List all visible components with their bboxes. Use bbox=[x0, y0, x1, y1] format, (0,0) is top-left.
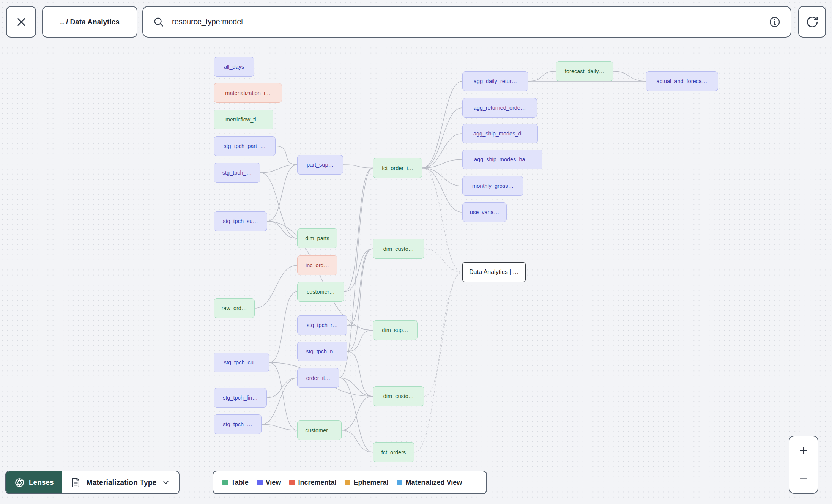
legend-swatch bbox=[222, 480, 228, 485]
edge-raw_ord-inc_ord bbox=[255, 265, 297, 308]
lineage-graph-screen: all_daysmaterialization_i…metricflow_ti…… bbox=[0, 0, 832, 504]
edge-customer_2-dim_cu_l bbox=[342, 396, 373, 430]
legend-swatch bbox=[397, 480, 402, 485]
graph-node-stg_2[interactable]: stg_tpch_… bbox=[214, 414, 262, 434]
edge-stg_n-dim_cu_l bbox=[347, 351, 373, 396]
graph-node-fct_orders[interactable]: fct_orders bbox=[373, 442, 414, 462]
edge-fct_orders-dae bbox=[414, 272, 462, 452]
graph-node-dae[interactable]: Data Analytics | … bbox=[462, 262, 526, 282]
edge-forecast-actual bbox=[613, 71, 646, 81]
graph-node-part_sup[interactable]: part_sup… bbox=[297, 155, 343, 175]
edge-part_sup-fct_oi bbox=[343, 165, 373, 168]
edge-stg_n-dim_sup bbox=[347, 330, 373, 351]
graph-node-dim_cu_l[interactable]: dim_custo… bbox=[373, 386, 424, 406]
lens-selector[interactable]: Materialization Type bbox=[62, 471, 179, 493]
graph-node-stg_cu[interactable]: stg_tpch_cu… bbox=[214, 353, 269, 372]
chevron-down-icon bbox=[161, 478, 170, 487]
graph-node-customer_2[interactable]: customer… bbox=[297, 420, 342, 440]
graph-node-stg_n[interactable]: stg_tpch_n… bbox=[297, 342, 347, 361]
edge-stg_part-part_sup bbox=[276, 146, 297, 165]
legend-label: Ephemeral bbox=[353, 479, 388, 487]
breadcrumb[interactable]: .. / Data Analytics bbox=[42, 6, 137, 38]
lens-selector-label: Materialization Type bbox=[86, 478, 156, 487]
graph-node-dim_sup[interactable]: dim_sup… bbox=[373, 320, 418, 340]
info-icon bbox=[769, 16, 781, 28]
graph-node-mat_i[interactable]: materialization_i… bbox=[214, 83, 282, 103]
materialization-legend: Table View Incremental Ephemeral Materia… bbox=[213, 471, 487, 494]
graph-node-all_days[interactable]: all_days bbox=[214, 57, 254, 77]
legend-item: Incremental bbox=[289, 479, 336, 487]
edge-order_it-fct_orders bbox=[339, 378, 373, 452]
legend-item: Ephemeral bbox=[345, 479, 388, 487]
graph-node-raw_ord[interactable]: raw_ord… bbox=[214, 298, 255, 318]
edge-fct_oi-agg_ret bbox=[422, 108, 462, 168]
graph-node-dim_cu_u[interactable]: dim_custo… bbox=[373, 239, 424, 259]
zoom-controls: + − bbox=[789, 436, 818, 494]
legend-swatch bbox=[345, 480, 350, 485]
refresh-icon bbox=[806, 16, 819, 28]
legend-label: Materialized View bbox=[405, 479, 462, 487]
edge-customer_1-dim_cu_u bbox=[344, 249, 373, 292]
graph-node-order_it[interactable]: order_it… bbox=[297, 368, 339, 388]
graph-node-stg_r[interactable]: stg_tpch_r… bbox=[297, 315, 347, 335]
graph-node-agg_ret[interactable]: agg_returned_orde… bbox=[462, 98, 537, 118]
edge-fct_oi-monthly bbox=[422, 168, 462, 186]
graph-node-use_var[interactable]: use_varia… bbox=[462, 202, 507, 222]
legend-swatch bbox=[257, 480, 263, 485]
graph-node-inc_ord[interactable]: inc_ord… bbox=[297, 255, 337, 275]
legend-label: Table bbox=[231, 479, 249, 487]
legend-swatch bbox=[289, 480, 295, 485]
legend-item: Table bbox=[222, 479, 249, 487]
search-bar[interactable] bbox=[142, 6, 791, 38]
graph-node-actual[interactable]: actual_and_foreca… bbox=[646, 71, 718, 91]
zoom-in-button[interactable]: + bbox=[789, 436, 818, 465]
graph-node-metricflow[interactable]: metricflow_ti… bbox=[214, 110, 273, 129]
graph-node-fct_oi[interactable]: fct_order_i… bbox=[373, 158, 422, 178]
search-info-button[interactable] bbox=[769, 16, 781, 28]
graph-node-stg_1[interactable]: stg_tpch_… bbox=[214, 163, 260, 183]
lenses-label: Lenses bbox=[29, 478, 54, 487]
lenses-button[interactable]: Lenses bbox=[6, 471, 62, 493]
legend-label: Incremental bbox=[298, 479, 336, 487]
aperture-icon bbox=[14, 477, 25, 488]
graph-node-agg_smh[interactable]: agg_ship_modes_ha… bbox=[462, 150, 542, 169]
edge-dim_cu_l-dae bbox=[424, 272, 462, 396]
graph-node-forecast[interactable]: forecast_daily… bbox=[556, 61, 613, 81]
edge-stg_2-order_it bbox=[262, 378, 297, 425]
edge-fct_oi-use_var bbox=[422, 168, 462, 213]
close-icon bbox=[15, 16, 28, 28]
legend-item: Materialized View bbox=[397, 479, 462, 487]
graph-node-stg_lin[interactable]: stg_tpch_lin… bbox=[214, 388, 267, 408]
document-icon bbox=[70, 477, 81, 488]
edge-customer_1-fct_oi bbox=[344, 168, 373, 292]
lenses-bar: Lenses Materialization Type bbox=[5, 471, 180, 494]
edge-fct_oi-agg_smd bbox=[422, 134, 462, 168]
graph-node-stg_part[interactable]: stg_tpch_part_… bbox=[214, 136, 276, 156]
edge-stg_su-dim_parts bbox=[267, 221, 297, 238]
edge-stg_r-dim_cu_u bbox=[347, 249, 373, 326]
search-input[interactable] bbox=[171, 17, 762, 27]
edge-agg_daily-forecast bbox=[528, 71, 556, 81]
edge-stg_su-part_sup bbox=[267, 165, 297, 221]
search-icon bbox=[153, 16, 164, 28]
close-button[interactable] bbox=[6, 6, 36, 38]
edge-fct_oi-dae bbox=[422, 168, 462, 272]
edge-stg_cu-customer_1 bbox=[269, 292, 297, 363]
edge-customer_2-fct_orders bbox=[342, 430, 373, 452]
graph-node-agg_daily[interactable]: agg_daily_retur… bbox=[462, 71, 528, 91]
refresh-button[interactable] bbox=[798, 6, 826, 38]
graph-node-stg_su[interactable]: stg_tpch_su… bbox=[214, 211, 267, 231]
graph-node-monthly[interactable]: monthly_gross… bbox=[462, 176, 523, 196]
graph-node-dim_parts[interactable]: dim_parts bbox=[297, 228, 337, 248]
graph-node-customer_1[interactable]: customer… bbox=[297, 282, 344, 302]
graph-node-agg_smd[interactable]: agg_ship_modes_d… bbox=[462, 124, 538, 143]
legend-label: View bbox=[266, 479, 281, 487]
zoom-out-button[interactable]: − bbox=[789, 465, 818, 493]
legend-item: View bbox=[257, 479, 281, 487]
breadcrumb-label: .. / Data Analytics bbox=[60, 18, 120, 26]
edge-fct_oi-agg_daily bbox=[422, 81, 462, 168]
edge-stg_1-part_sup bbox=[260, 165, 297, 173]
